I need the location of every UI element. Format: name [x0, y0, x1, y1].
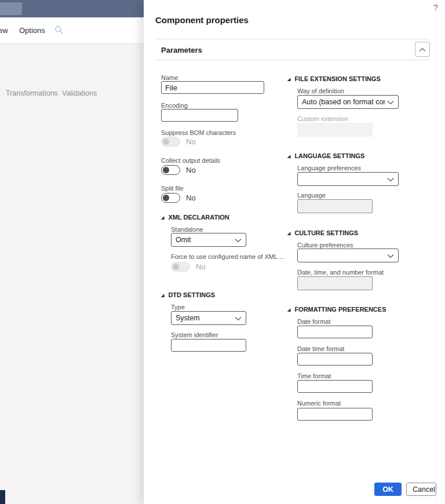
chevron-down-icon [235, 313, 242, 323]
chevron-down-icon [387, 97, 394, 107]
time-format-input[interactable] [297, 380, 373, 393]
force-xml-name-toggle-row: No [171, 262, 206, 272]
triangle-collapse-icon: ◢ [287, 77, 290, 81]
section-label: DTD SETTINGS [168, 291, 215, 298]
collect-output-state: No [186, 166, 196, 174]
dialog-title: Component properties [155, 15, 249, 25]
section-label: CULTURE SETTINGS [294, 229, 358, 236]
name-label: Name [161, 74, 178, 81]
force-xml-name-toggle [171, 262, 190, 272]
language-preferences-label: Language preferences [297, 165, 361, 171]
toggle-knob [163, 167, 169, 173]
date-format-label: Date format [297, 318, 330, 325]
section-file-extension-settings[interactable]: ◢FILE EXTENSION SETTINGS [287, 75, 381, 82]
type-select[interactable]: System [171, 311, 246, 325]
time-format-label: Time format [297, 372, 331, 379]
date-time-number-format-field [297, 276, 373, 290]
search-icon[interactable] [54, 25, 64, 35]
language-preferences-select[interactable] [297, 172, 399, 186]
numeric-format-input[interactable] [297, 408, 373, 421]
triangle-collapse-icon: ◢ [161, 216, 164, 220]
section-label: XML DECLARATION [168, 214, 229, 221]
section-language-settings[interactable]: ◢LANGUAGE SETTINGS [287, 152, 364, 159]
chevron-down-icon [235, 235, 242, 245]
toggle-knob [163, 138, 169, 145]
language-field [297, 199, 373, 213]
section-dtd-settings[interactable]: ◢DTD SETTINGS [161, 291, 215, 298]
split-file-label: Split file [161, 185, 184, 192]
menu-item-options[interactable]: Options [19, 26, 45, 35]
app-header-bar [0, 0, 144, 17]
ok-button[interactable]: OK [374, 483, 402, 496]
force-xml-name-state: No [196, 262, 206, 271]
menu-item-view[interactable]: ew [0, 26, 8, 35]
menu-bar: ew Options [0, 17, 144, 44]
collect-output-toggle-row: No [161, 165, 196, 175]
split-file-state: No [186, 193, 196, 202]
way-of-definition-value: Auto (based on format conte... [302, 98, 385, 106]
date-time-format-input[interactable] [297, 353, 373, 366]
custom-extension-field [297, 123, 373, 137]
date-time-format-label: Date time format [297, 345, 344, 352]
encoding-input[interactable] [161, 109, 238, 122]
name-input[interactable] [161, 81, 264, 94]
system-identifier-input[interactable] [171, 339, 246, 352]
standalone-label: Standalone [171, 226, 203, 233]
suppress-bom-toggle-row: No [161, 137, 196, 147]
collect-output-label: Collect output details [161, 157, 220, 164]
split-file-toggle[interactable] [161, 193, 180, 203]
tab-validations[interactable]: Validations [62, 89, 97, 97]
standalone-select[interactable]: Omit [171, 233, 246, 247]
triangle-collapse-icon: ◢ [287, 308, 290, 312]
standalone-value: Omit [176, 236, 232, 244]
chevron-down-icon [387, 174, 394, 184]
section-label: LANGUAGE SETTINGS [294, 152, 364, 159]
divider [156, 39, 430, 39]
divider [156, 60, 430, 60]
component-properties-dialog: ? Component properties Parameters Name E… [144, 0, 445, 504]
workspace: Transformations Validations [0, 44, 144, 504]
triangle-collapse-icon: ◢ [287, 154, 290, 158]
date-format-input[interactable] [297, 326, 373, 338]
section-label: FILE EXTENSION SETTINGS [294, 75, 381, 82]
toggle-knob [163, 195, 169, 201]
type-value: System [176, 314, 232, 322]
type-label: Type [171, 304, 185, 311]
collapse-parameters-button[interactable] [415, 42, 430, 57]
suppress-bom-state: No [186, 137, 196, 146]
system-identifier-label: System identifier [171, 331, 218, 338]
parameters-section-title: Parameters [161, 46, 202, 54]
culture-preferences-label: Culture preferences [297, 242, 353, 249]
split-file-toggle-row: No [161, 193, 196, 203]
culture-preferences-select[interactable] [297, 249, 399, 262]
date-time-number-format-label: Date, time, and number format [297, 269, 384, 276]
numeric-format-label: Numeric format [297, 400, 341, 407]
suppress-bom-toggle [161, 137, 180, 147]
collect-output-toggle[interactable] [161, 165, 180, 175]
way-of-definition-select[interactable]: Auto (based on format conte... [297, 95, 399, 109]
way-of-definition-label: Way of definition [297, 87, 344, 94]
suppress-bom-label: Suppress BOM characters [161, 129, 236, 136]
force-xml-name-label: Force to use configured name of XML ... [171, 253, 284, 260]
bottom-left-strip [0, 490, 5, 504]
section-culture-settings[interactable]: ◢CULTURE SETTINGS [287, 229, 358, 236]
custom-extension-label: Custom extension [297, 115, 348, 122]
help-icon[interactable]: ? [433, 2, 438, 12]
tab-transformations[interactable]: Transformations [6, 89, 58, 97]
section-formatting-preferences[interactable]: ◢FORMATTING PREFERENCES [287, 306, 386, 313]
language-label: Language [297, 192, 326, 199]
chevron-up-icon [419, 45, 426, 54]
chevron-down-icon [387, 250, 394, 261]
section-xml-declaration[interactable]: ◢XML DECLARATION [161, 214, 229, 221]
header-button[interactable] [0, 2, 22, 15]
section-label: FORMATTING PREFERENCES [294, 306, 386, 313]
encoding-label: Encoding [161, 102, 188, 109]
cancel-button[interactable]: Cancel [406, 483, 436, 496]
triangle-collapse-icon: ◢ [287, 231, 290, 235]
toggle-knob [173, 264, 179, 270]
triangle-collapse-icon: ◢ [161, 293, 164, 297]
